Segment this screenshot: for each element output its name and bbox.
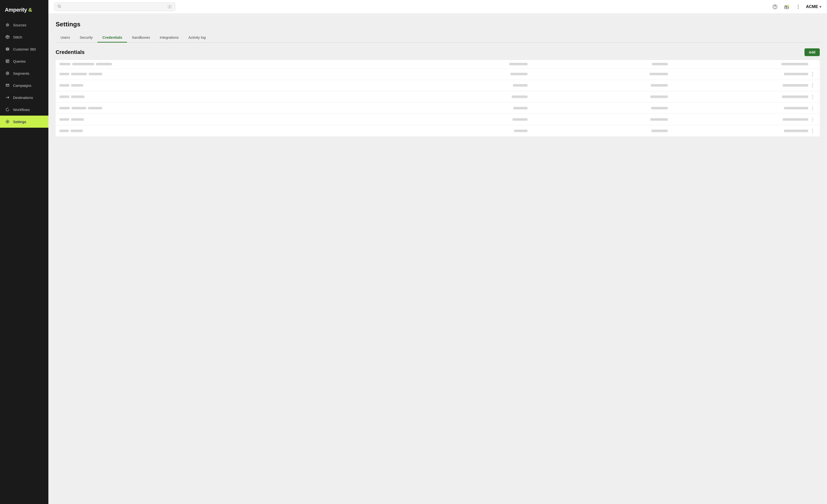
credentials-header: Credentials Add <box>56 48 820 56</box>
skeleton-bar <box>59 118 69 121</box>
sidebar-item-segments[interactable]: Segments <box>0 67 48 79</box>
sidebar-item-label: Segments <box>13 71 30 75</box>
add-credential-button[interactable]: Add <box>805 48 820 56</box>
search-slash-icon: / <box>167 5 172 9</box>
row-menu-button[interactable]: ⋮ <box>810 94 816 99</box>
tab-sandboxes[interactable]: Sandboxes <box>127 33 155 43</box>
tab-integrations[interactable]: Integrations <box>155 33 183 43</box>
skeleton-bar <box>59 96 69 98</box>
logo-text: Amperity <box>5 7 27 13</box>
skeleton-bar <box>650 73 668 75</box>
skeleton-bar <box>510 73 528 75</box>
skeleton-bar <box>71 96 85 98</box>
sidebar-item-customer360[interactable]: Customer 360 <box>0 43 48 55</box>
skeleton-bar <box>784 130 808 132</box>
sidebar-item-stitch[interactable]: Stitch <box>0 31 48 43</box>
sidebar-item-workflows[interactable]: Workflows <box>0 103 48 116</box>
content-area: Settings Users Security Credentials Sand… <box>48 14 827 504</box>
table-row <box>56 60 820 68</box>
skeleton-bar <box>71 107 86 109</box>
skeleton-bar <box>651 107 668 109</box>
skeleton-bar <box>783 84 808 87</box>
workflows-icon <box>5 107 10 112</box>
svg-point-4 <box>6 72 9 75</box>
page-title: Settings <box>56 20 820 28</box>
svg-point-6 <box>7 121 8 122</box>
sidebar-item-queries[interactable]: Queries <box>0 55 48 67</box>
tab-security[interactable]: Security <box>75 33 98 43</box>
svg-point-9 <box>775 8 775 8</box>
table-row: ⋮ <box>56 80 820 91</box>
skeleton-bar <box>650 118 668 121</box>
table-row: ⋮ <box>56 125 820 136</box>
tab-users[interactable]: Users <box>56 33 75 43</box>
more-menu-button[interactable] <box>794 3 802 11</box>
tab-credentials[interactable]: Credentials <box>98 33 127 43</box>
sidebar-item-destinations[interactable]: Destinations <box>0 91 48 103</box>
skeleton-bar <box>72 63 94 65</box>
skeleton-bar <box>782 96 808 98</box>
segments-icon <box>5 70 10 76</box>
app-logo: Amperity & <box>0 2 48 19</box>
row-menu-button[interactable]: ⋮ <box>810 105 816 111</box>
gift-button[interactable] <box>783 3 790 11</box>
skeleton-bar <box>509 63 528 65</box>
skeleton-bar <box>784 107 808 109</box>
skeleton-bar <box>59 63 70 65</box>
skeleton-bar <box>513 118 528 121</box>
row-menu-button[interactable]: ⋮ <box>810 71 816 77</box>
search-icon <box>57 4 61 9</box>
tab-activitylog[interactable]: Activity log <box>184 33 211 43</box>
skeleton-bar <box>71 118 84 121</box>
main-area: / ACME ▾ Settings Users Security Crede <box>48 0 827 504</box>
campaigns-icon <box>5 83 10 88</box>
skeleton-bar <box>514 130 528 132</box>
logo-symbol: & <box>27 7 32 13</box>
sidebar-item-label: Campaigns <box>13 84 32 88</box>
row-menu-button[interactable]: ⋮ <box>810 117 816 122</box>
search-input[interactable] <box>63 5 165 9</box>
skeleton-bar <box>89 73 102 75</box>
row-menu-button[interactable]: ⋮ <box>810 83 816 88</box>
sources-icon <box>5 22 10 28</box>
credentials-table: ⋮ ⋮ <box>56 60 820 136</box>
sidebar-item-label: Sources <box>13 23 27 27</box>
topbar-actions: ACME ▾ <box>771 3 821 11</box>
help-button[interactable] <box>771 3 779 11</box>
table-row: ⋮ <box>56 91 820 103</box>
skeleton-bar <box>784 73 808 75</box>
topbar: / ACME ▾ <box>48 0 827 14</box>
skeleton-bar <box>513 84 528 87</box>
sidebar-item-label: Destinations <box>13 96 33 100</box>
destinations-icon <box>5 95 10 100</box>
search-bar[interactable]: / <box>54 2 175 11</box>
sidebar-item-label: Workflows <box>13 108 30 112</box>
skeleton-bar <box>70 130 83 132</box>
table-row: ⋮ <box>56 114 820 125</box>
table-row: ⋮ <box>56 103 820 114</box>
stitch-icon <box>5 34 10 40</box>
skeleton-bar <box>59 84 69 87</box>
settings-icon <box>5 119 10 124</box>
skeleton-bar <box>651 84 668 87</box>
tenant-name: ACME <box>806 4 818 9</box>
sidebar-nav: Sources Stitch Customer 360 Queries <box>0 19 48 504</box>
skeleton-bar <box>652 63 668 65</box>
tenant-selector[interactable]: ACME ▾ <box>806 4 821 9</box>
svg-point-14 <box>798 8 798 9</box>
skeleton-bar <box>514 107 528 109</box>
settings-tabs: Users Security Credentials Sandboxes Int… <box>56 33 820 43</box>
skeleton-bar <box>88 107 102 109</box>
sidebar-item-label: Customer 360 <box>13 47 36 51</box>
skeleton-bar <box>96 63 112 65</box>
skeleton-bar <box>71 84 83 87</box>
sidebar-item-label: Queries <box>13 59 26 63</box>
sidebar-item-campaigns[interactable]: Campaigns <box>0 79 48 91</box>
sidebar-item-label: Settings <box>13 120 26 124</box>
svg-point-0 <box>7 24 8 26</box>
skeleton-bar <box>59 73 69 75</box>
svg-point-12 <box>798 5 798 6</box>
sidebar-item-settings[interactable]: Settings <box>0 116 48 128</box>
row-menu-button[interactable]: ⋮ <box>810 128 816 134</box>
sidebar-item-sources[interactable]: Sources <box>0 19 48 31</box>
